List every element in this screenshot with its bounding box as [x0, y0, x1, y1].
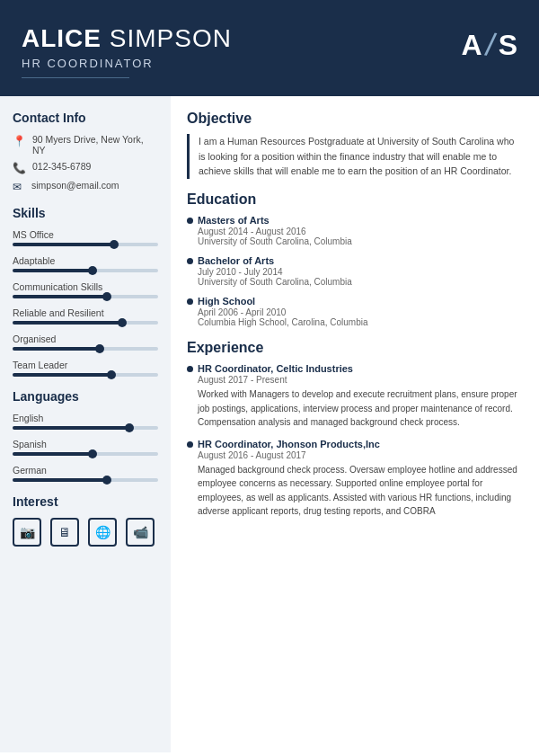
job-description: Managed background check process. Oversa… [198, 463, 523, 519]
job-dates: August 2017 - Present [198, 375, 523, 385]
language-item: German [13, 465, 158, 482]
interest-icons: 📷🖥🌐📹 [13, 518, 158, 547]
degree-org: University of South Carolina, Columbia [198, 277, 523, 287]
monogram-slash: / [483, 28, 498, 61]
job-title-entry: HR Coordinator, Celtic Industries [198, 363, 523, 374]
degree-dates: August 2014 - August 2016 [198, 227, 523, 236]
degree-title: Masters of Arts [198, 215, 523, 226]
degree-title: High School [198, 296, 523, 307]
company-name: Jhonson Products,Inc [276, 439, 380, 449]
full-name: ALICE SIMPSON [22, 25, 232, 53]
skill-bar [13, 373, 158, 377]
degree-org: Columbia High School, Carolina, Columbia [198, 317, 523, 327]
education-entry: High School April 2006 - April 2010 Colu… [187, 296, 523, 327]
skill-label: Adaptable [13, 255, 158, 266]
degree-title: Bachelor of Arts [198, 255, 523, 266]
language-label: German [13, 465, 158, 476]
monogram-a: A [462, 31, 482, 59]
job-title: HR COORDINATOR [22, 57, 232, 70]
language-bar [13, 452, 158, 456]
interest-section-title: Interest [13, 494, 158, 509]
education-list: Masters of Arts August 2014 - August 201… [187, 215, 523, 327]
skills-list: MS Office Adaptable Communication Skills… [13, 229, 158, 377]
degree-dates: July 2010 - July 2014 [198, 267, 523, 277]
skill-label: Reliable and Resilient [13, 307, 158, 318]
contact-section-title: Contact Info [13, 111, 158, 125]
resume-header: ALICE SIMPSON HR COORDINATOR A / S [0, 0, 539, 96]
skill-item: Communication Skills [13, 281, 158, 298]
monogram-s: S [499, 31, 517, 59]
monogram: A / S [462, 29, 517, 61]
contact-address: 📍 90 Myers Drive, New York, NY [13, 134, 158, 156]
globe-icon: 🌐 [88, 518, 117, 547]
computer-icon: 🖥 [50, 518, 79, 547]
left-column: Contact Info 📍 90 Myers Drive, New York,… [0, 96, 171, 752]
skill-bar [13, 295, 158, 298]
skill-item: Team Leader [13, 360, 158, 377]
experience-section-title: Experience [187, 340, 523, 356]
experience-entry: HR Coordinator, Jhonson Products,Inc Aug… [187, 439, 523, 519]
education-section-title: Education [187, 191, 523, 208]
skill-label: Communication Skills [13, 281, 158, 292]
email-icon: ✉ [13, 181, 25, 193]
phone-icon: 📞 [13, 162, 26, 174]
language-bar [13, 478, 158, 482]
skill-item: MS Office [13, 229, 158, 246]
experience-entry: HR Coordinator, Celtic Industries August… [187, 363, 523, 430]
objective-section-title: Objective [187, 111, 523, 127]
skill-label: Organised [13, 334, 158, 344]
language-item: Spanish [13, 439, 158, 456]
skill-bar [13, 269, 158, 272]
main-content: Contact Info 📍 90 Myers Drive, New York,… [0, 96, 539, 752]
skill-item: Adaptable [13, 255, 158, 272]
objective-text: I am a Human Resources Postgraduate at U… [187, 134, 523, 179]
header-name-section: ALICE SIMPSON HR COORDINATOR [22, 25, 232, 78]
contact-phone: 📞 012-345-6789 [13, 161, 158, 174]
degree-org: University of South Carolina, Columbia [198, 236, 523, 246]
language-item: English [13, 413, 158, 430]
skill-bar [13, 321, 158, 325]
languages-section-title: Languages [13, 389, 158, 404]
header-divider [22, 77, 129, 78]
languages-list: English Spanish German [13, 413, 158, 482]
right-column: Objective I am a Human Resources Postgra… [171, 96, 539, 752]
first-name: ALICE [22, 24, 102, 52]
language-bar [13, 426, 158, 430]
skill-label: Team Leader [13, 360, 158, 370]
education-entry: Bachelor of Arts July 2010 - July 2014 U… [187, 255, 523, 287]
skill-item: Reliable and Resilient [13, 307, 158, 325]
language-label: Spanish [13, 439, 158, 449]
skill-bar [13, 243, 158, 246]
skills-section-title: Skills [13, 206, 158, 220]
company-name: Celtic Industries [276, 363, 353, 374]
degree-dates: April 2006 - April 2010 [198, 307, 523, 317]
education-entry: Masters of Arts August 2014 - August 201… [187, 215, 523, 246]
job-title-entry: HR Coordinator, Jhonson Products,Inc [198, 439, 523, 449]
skill-bar [13, 347, 158, 351]
skill-label: MS Office [13, 229, 158, 240]
video-icon: 📹 [126, 518, 155, 547]
experience-list: HR Coordinator, Celtic Industries August… [187, 363, 523, 519]
last-name: SIMPSON [102, 24, 232, 52]
camera-icon: 📷 [13, 518, 41, 547]
contact-email: ✉ simpson@email.com [13, 180, 158, 193]
location-icon: 📍 [13, 135, 26, 147]
skill-item: Organised [13, 334, 158, 351]
language-label: English [13, 413, 158, 423]
job-description: Worked with Managers to develop and exec… [198, 387, 523, 430]
job-dates: August 2016 - August 2017 [198, 450, 523, 460]
